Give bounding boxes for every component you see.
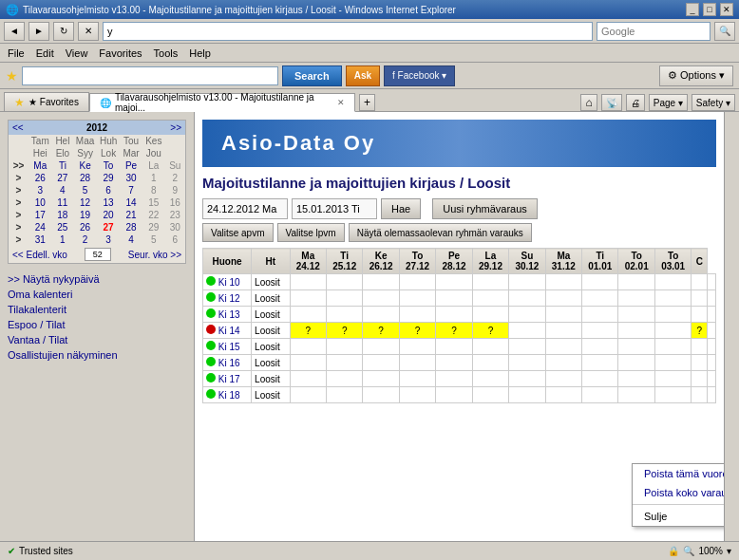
booking-cell-1-1[interactable]	[326, 290, 362, 307]
cal-wk-nav3[interactable]: >	[9, 196, 28, 209]
cal-day-28b[interactable]: 28	[120, 221, 142, 233]
booking-cell-0-9[interactable]	[618, 274, 654, 290]
booking-cell-5-4[interactable]	[436, 355, 472, 371]
booking-cell-3-11[interactable]: ?	[692, 323, 708, 339]
booking-cell-6-0[interactable]	[290, 371, 326, 387]
booking-cell-0-1[interactable]	[326, 274, 362, 290]
context-poista-varaus[interactable]: Poista koko varaus...	[633, 483, 724, 502]
huone-cell-2[interactable]: Ki 13	[203, 307, 252, 323]
context-poista-vuorokausi[interactable]: Poista tämä vuorokausi...	[633, 464, 724, 483]
week-number-input[interactable]	[85, 248, 111, 261]
cal-day-6b[interactable]: 6	[165, 233, 185, 246]
booking-cell-3-9[interactable]	[618, 323, 654, 339]
huone-cell-3[interactable]: Ki 14	[203, 323, 252, 339]
huone-cell-0[interactable]: Ki 10	[203, 274, 252, 290]
cal-day-3[interactable]: 3	[28, 184, 52, 196]
booking-cell-0-5[interactable]	[472, 274, 508, 290]
booking-cell-3-8[interactable]	[582, 323, 618, 339]
booking-cell-7-9[interactable]	[618, 387, 654, 403]
booking-cell-3-2[interactable]: ?	[363, 323, 399, 339]
valitse-apvm-button[interactable]: Valitse apvm	[202, 223, 274, 242]
menu-file[interactable]: File	[8, 47, 25, 59]
booking-cell-4-1[interactable]	[326, 339, 362, 355]
back-btn[interactable]: ◄	[4, 22, 25, 41]
booking-cell-5-6[interactable]	[509, 355, 545, 371]
booking-cell-0-2[interactable]	[363, 274, 399, 290]
minimize-btn[interactable]: _	[686, 3, 699, 16]
booking-cell-7-12[interactable]	[708, 387, 716, 403]
booking-cell-7-11[interactable]	[692, 387, 708, 403]
booking-cell-7-7[interactable]	[545, 387, 581, 403]
booking-cell-5-9[interactable]	[618, 355, 654, 371]
booking-cell-6-10[interactable]	[654, 371, 691, 387]
search-web-btn[interactable]: 🔍	[714, 22, 735, 41]
maximize-btn[interactable]: □	[703, 3, 716, 16]
booking-cell-7-0[interactable]	[290, 387, 326, 403]
booking-cell-7-3[interactable]	[399, 387, 435, 403]
booking-cell-4-9[interactable]	[618, 339, 654, 355]
booking-cell-2-9[interactable]	[618, 307, 654, 323]
cal-day-20[interactable]: 20	[97, 209, 120, 221]
booking-cell-6-12[interactable]	[708, 371, 716, 387]
booking-cell-2-4[interactable]	[436, 307, 472, 323]
booking-cell-0-0[interactable]	[290, 274, 326, 290]
ask-button[interactable]: Ask	[346, 65, 380, 86]
cal-day-7[interactable]: 7	[120, 184, 142, 196]
booking-cell-6-11[interactable]	[692, 371, 708, 387]
booking-cell-4-8[interactable]	[582, 339, 618, 355]
booking-cell-3-4[interactable]: ?	[436, 323, 472, 339]
booking-cell-5-3[interactable]	[399, 355, 435, 371]
next-week-link[interactable]: Seur. vko >>	[128, 250, 181, 260]
booking-cell-0-11[interactable]	[692, 274, 708, 290]
sidebar-link-osallistujat[interactable]: Osallistujien näkyminen	[8, 347, 186, 363]
booking-cell-7-1[interactable]	[326, 387, 362, 403]
cal-day-21[interactable]: 21	[120, 209, 142, 221]
uusi-ryhmavaraus-button[interactable]: Uusi ryhmävaraus	[432, 198, 538, 219]
booking-cell-5-11[interactable]	[692, 355, 708, 371]
booking-cell-4-5[interactable]	[472, 339, 508, 355]
booking-cell-1-8[interactable]	[582, 290, 618, 307]
booking-cell-7-6[interactable]	[509, 387, 545, 403]
menu-favorites[interactable]: Favorites	[99, 47, 142, 59]
cal-day-2b[interactable]: 2	[73, 233, 97, 246]
menu-help[interactable]: Help	[189, 47, 211, 59]
booking-cell-2-5[interactable]	[472, 307, 508, 323]
booking-cell-0-7[interactable]	[545, 274, 581, 290]
booking-cell-5-7[interactable]	[545, 355, 581, 371]
booking-cell-4-3[interactable]	[399, 339, 435, 355]
cal-wk-nav4[interactable]: >	[9, 209, 28, 221]
home-btn[interactable]: ⌂	[580, 94, 597, 111]
cal-day-22[interactable]: 22	[142, 209, 165, 221]
huone-cell-7[interactable]: Ki 18	[203, 387, 252, 403]
cal-day-1[interactable]: 1	[142, 172, 165, 184]
booking-cell-6-7[interactable]	[545, 371, 581, 387]
cal-day-27a[interactable]: 27	[52, 172, 74, 184]
cal-day-10[interactable]: 10	[28, 196, 52, 209]
cal-day-17[interactable]: 17	[28, 209, 52, 221]
booking-cell-6-3[interactable]	[399, 371, 435, 387]
sidebar-link-tilakalenterit[interactable]: Tilakalenterit	[8, 302, 186, 317]
booking-cell-2-7[interactable]	[545, 307, 581, 323]
booking-cell-6-5[interactable]	[472, 371, 508, 387]
cal-wk-nav5[interactable]: >	[9, 221, 28, 233]
cal-day-31[interactable]: 31	[28, 233, 52, 246]
booking-cell-2-10[interactable]	[654, 307, 691, 323]
print-btn[interactable]: 🖨	[626, 94, 645, 111]
cal-day-27b[interactable]: 27	[97, 221, 120, 233]
cal-day-12[interactable]: 12	[73, 196, 97, 209]
cal-day-3b[interactable]: 3	[97, 233, 120, 246]
cal-day-16[interactable]: 16	[165, 196, 185, 209]
cal-day-5b[interactable]: 5	[142, 233, 165, 246]
booking-cell-3-6[interactable]	[509, 323, 545, 339]
address-bar[interactable]	[103, 22, 593, 41]
booking-cell-6-4[interactable]	[436, 371, 472, 387]
cal-wk-nav1[interactable]: >	[9, 172, 28, 184]
booking-cell-0-3[interactable]	[399, 274, 435, 290]
cal-day-15[interactable]: 15	[142, 196, 165, 209]
booking-cell-1-11[interactable]	[692, 290, 708, 307]
cal-day-29b[interactable]: 29	[142, 221, 165, 233]
booking-cell-3-1[interactable]: ?	[326, 323, 362, 339]
booking-cell-6-1[interactable]	[326, 371, 362, 387]
cal-day-13[interactable]: 13	[97, 196, 120, 209]
cal-day-14[interactable]: 14	[120, 196, 142, 209]
